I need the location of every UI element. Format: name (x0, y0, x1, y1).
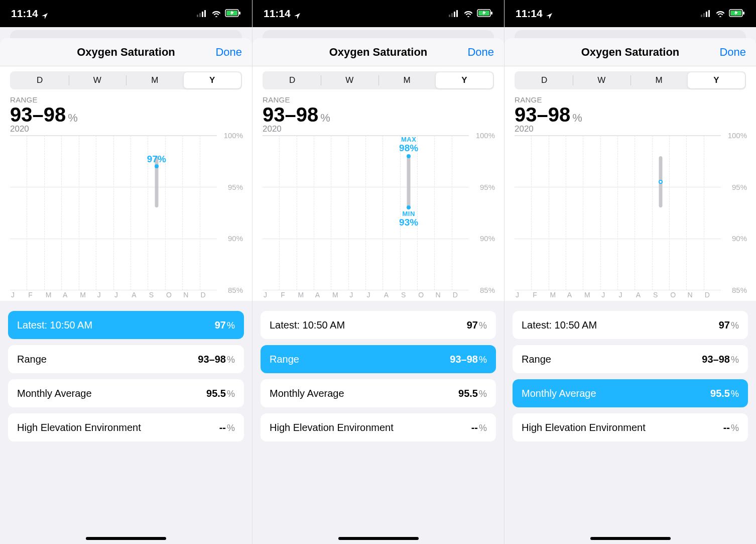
chart-annotation-min: MIN93% (399, 210, 418, 228)
navbar: Oxygen Saturation Done (253, 38, 504, 66)
x-tick-label: J (96, 291, 113, 301)
card-latest[interactable]: Latest: 10:50 AM 97% (261, 311, 496, 339)
card-latest-value: 97% (719, 319, 739, 331)
range-value: 93–98% (10, 104, 242, 125)
y-tick-label: 95% (732, 182, 747, 191)
segment-w[interactable]: W (69, 72, 127, 88)
card-range[interactable]: Range 93–98% (8, 345, 244, 373)
wifi-icon (463, 8, 474, 20)
y-tick-label: 100% (224, 131, 243, 140)
card-elev[interactable]: High Elevation Environment --% (513, 413, 748, 442)
x-tick-label: J (263, 291, 280, 301)
segment-m[interactable]: M (126, 72, 184, 88)
card-range[interactable]: Range 93–98% (261, 345, 496, 373)
summary-cards: Latest: 10:50 AM 97% Range 93–98% Monthl… (253, 301, 504, 544)
status-bar: 11:14 (0, 0, 252, 27)
summary-cards: Latest: 10:50 AM 97% Range 93–98% Monthl… (505, 301, 756, 544)
time-range-segmented-control[interactable]: DWMY (263, 71, 494, 89)
card-avg-label: Monthly Average (270, 388, 344, 399)
chart-dot-avg (659, 180, 663, 184)
done-button[interactable]: Done (215, 46, 242, 59)
done-button[interactable]: Done (467, 46, 494, 59)
segment-m[interactable]: M (631, 72, 688, 88)
segment-y[interactable]: Y (184, 72, 241, 88)
card-elev-label: High Elevation Environment (270, 422, 394, 433)
svg-rect-3 (204, 10, 206, 17)
card-avg[interactable]: Monthly Average 95.5% (8, 379, 244, 407)
range-year: 2020 (515, 124, 746, 134)
y-tick-label: 100% (728, 131, 747, 140)
svg-rect-17 (708, 10, 710, 17)
card-range-label: Range (270, 354, 299, 365)
y-tick-label: 90% (228, 234, 243, 243)
card-elev-value: --% (471, 422, 487, 433)
x-tick-label: J (600, 291, 617, 301)
segment-d[interactable]: D (264, 72, 321, 88)
done-button[interactable]: Done (719, 46, 746, 59)
chart-bar-sep (407, 156, 411, 207)
x-tick-label: A (314, 291, 331, 301)
location-icon (294, 10, 301, 17)
x-tick-label: D (200, 291, 217, 301)
segment-y[interactable]: Y (436, 72, 493, 88)
signal-icon (197, 8, 208, 20)
range-value: 93–98% (515, 104, 746, 125)
chart: MAX98%MIN93% 85%90%95%100% JFMAMJJASOND (263, 135, 494, 301)
location-icon (546, 10, 553, 17)
x-tick-label: J (348, 291, 365, 301)
segment-d[interactable]: D (516, 72, 573, 88)
svg-rect-15 (703, 13, 705, 17)
x-tick-label: D (452, 291, 469, 301)
range-heading: RANGE (10, 95, 242, 104)
x-tick-label: F (532, 291, 549, 301)
svg-rect-6 (239, 12, 240, 15)
svg-rect-0 (197, 15, 198, 17)
svg-rect-14 (701, 15, 702, 17)
time-range-segmented-control[interactable]: DWMY (10, 71, 242, 89)
svg-rect-13 (491, 12, 492, 15)
chart-dot-min (407, 205, 411, 209)
signal-icon (449, 8, 460, 20)
battery-icon (477, 8, 493, 20)
card-latest-label: Latest: 10:50 AM (270, 319, 345, 331)
card-latest[interactable]: Latest: 10:50 AM 97% (513, 311, 748, 339)
x-tick-label: M (45, 291, 62, 301)
status-time: 11:14 (516, 8, 543, 20)
home-indicator[interactable] (338, 537, 419, 540)
time-range-segmented-control[interactable]: DWMY (515, 71, 746, 89)
home-indicator[interactable] (86, 537, 166, 540)
x-tick-label: D (704, 291, 721, 301)
segment-m[interactable]: M (379, 72, 436, 88)
card-elev[interactable]: High Elevation Environment --% (261, 413, 496, 442)
x-tick-label: N (435, 291, 452, 301)
card-avg[interactable]: Monthly Average 95.5% (513, 379, 748, 407)
range-value: 93–98% (263, 104, 494, 125)
chart-dot-max (407, 154, 411, 158)
y-tick-label: 90% (732, 234, 747, 243)
page-title: Oxygen Saturation (77, 46, 175, 59)
card-range[interactable]: Range 93–98% (513, 345, 748, 373)
chart: 85%90%95%100% JFMAMJJASOND (515, 135, 746, 301)
x-tick-label: A (62, 291, 79, 301)
x-tick-label: S (400, 291, 417, 301)
y-tick-label: 90% (480, 234, 495, 243)
status-time: 11:14 (11, 8, 38, 20)
card-range-value: 93–98% (198, 354, 235, 365)
svg-rect-7 (449, 15, 450, 17)
segment-y[interactable]: Y (688, 72, 745, 88)
chart-dot-latest (155, 164, 159, 168)
segment-d[interactable]: D (11, 72, 69, 88)
card-avg-value: 95.5% (458, 388, 487, 399)
card-latest-value: 97% (215, 319, 235, 331)
home-indicator[interactable] (590, 537, 671, 540)
card-avg[interactable]: Monthly Average 95.5% (261, 379, 496, 407)
segment-w[interactable]: W (573, 72, 630, 88)
segment-w[interactable]: W (321, 72, 378, 88)
svg-rect-16 (706, 12, 707, 17)
x-tick-label: J (618, 291, 635, 301)
x-tick-label: J (366, 291, 383, 301)
card-elev[interactable]: High Elevation Environment --% (8, 413, 244, 442)
card-latest[interactable]: Latest: 10:50 AM 97% (8, 311, 244, 339)
range-year: 2020 (263, 124, 494, 134)
card-range-label: Range (17, 354, 47, 365)
